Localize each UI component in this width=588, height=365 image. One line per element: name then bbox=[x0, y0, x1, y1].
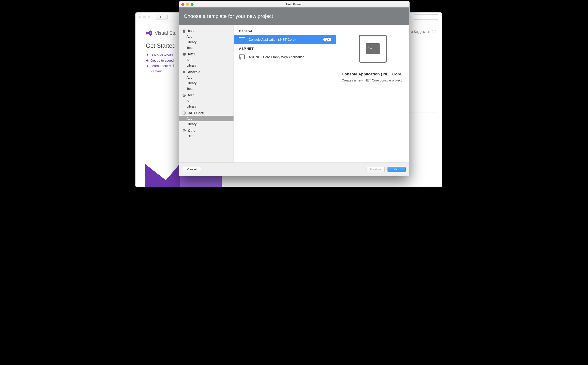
svg-point-13 bbox=[239, 57, 241, 60]
speech-bubble-icon bbox=[432, 30, 436, 33]
sidebar-item[interactable]: .NET bbox=[179, 133, 233, 139]
cancel-button[interactable]: Cancel bbox=[183, 167, 201, 172]
sidebar-item[interactable]: App bbox=[179, 34, 233, 39]
sidebar-item[interactable]: App bbox=[179, 75, 233, 80]
window-close-button[interactable] bbox=[181, 3, 184, 6]
terminal-icon: ›_ bbox=[366, 43, 380, 54]
visual-studio-icon bbox=[146, 30, 152, 36]
arrow-right-icon bbox=[146, 54, 149, 56]
sidebar-item[interactable]: Library bbox=[179, 80, 233, 86]
template-item-aspnet-empty[interactable]: ASP.NET Core Empty Web Application bbox=[234, 52, 336, 62]
template-item-console-app[interactable]: Console Application (.NET Core) C# bbox=[234, 35, 336, 44]
sidebar-group-android[interactable]: Android bbox=[179, 68, 233, 75]
sidebar-group-netcore[interactable]: .NET Core bbox=[179, 109, 233, 116]
sidebar-item[interactable]: Library bbox=[179, 63, 233, 68]
web-app-icon bbox=[239, 54, 245, 61]
sidebar-item[interactable]: Tests bbox=[179, 45, 233, 50]
sidebar-group-mac[interactable]: Mac bbox=[179, 91, 233, 98]
sidebar-item[interactable]: Library bbox=[179, 39, 233, 45]
run-button[interactable] bbox=[156, 14, 168, 20]
template-label: ASP.NET Core Empty Web Application bbox=[249, 55, 304, 59]
traffic-light-disabled bbox=[138, 16, 141, 18]
dialog-header: Choose a template for your new project bbox=[179, 7, 409, 25]
arrow-right-icon bbox=[146, 59, 149, 62]
sidebar-item[interactable]: App bbox=[179, 57, 233, 63]
details-description: Creates a new .NET Core console project. bbox=[342, 78, 403, 82]
svg-rect-1 bbox=[183, 53, 186, 55]
sidebar-item-selected[interactable]: App bbox=[179, 116, 233, 121]
dialog-title: New Project bbox=[179, 3, 409, 6]
template-section-heading: ASP.NET bbox=[234, 44, 336, 52]
android-icon bbox=[182, 70, 186, 74]
next-button[interactable]: Next bbox=[388, 167, 406, 172]
svg-rect-11 bbox=[239, 37, 245, 38]
sidebar-item[interactable]: Library bbox=[179, 121, 233, 127]
phone-icon bbox=[182, 29, 186, 33]
product-name: Visual Stu bbox=[155, 30, 177, 36]
template-preview-icon: ›_ bbox=[359, 35, 387, 63]
dialog-footer: Cancel Previous Next bbox=[179, 162, 409, 176]
new-project-dialog: New Project Choose a template for your n… bbox=[179, 1, 410, 176]
template-details: ›_ Console Application (.NET Core) Creat… bbox=[336, 25, 409, 162]
dotnet-icon bbox=[182, 111, 186, 115]
previous-button[interactable]: Previous bbox=[367, 167, 385, 172]
window-zoom-button[interactable] bbox=[191, 3, 193, 6]
traffic-light-disabled bbox=[148, 16, 150, 18]
window-minimize-button[interactable] bbox=[186, 3, 189, 6]
traffic-light-disabled bbox=[143, 16, 146, 18]
svg-rect-0 bbox=[183, 29, 185, 32]
sidebar-group-tvos[interactable]: tvOS bbox=[179, 50, 233, 57]
play-icon bbox=[159, 16, 162, 18]
svg-rect-4 bbox=[185, 71, 186, 73]
svg-point-9 bbox=[184, 130, 185, 131]
sidebar-item[interactable]: App bbox=[179, 98, 233, 104]
sidebar-item[interactable]: Tests bbox=[179, 86, 233, 91]
tv-icon bbox=[182, 53, 186, 56]
language-badge[interactable]: C# bbox=[323, 38, 331, 42]
template-list: General Console Application (.NET Core) … bbox=[234, 25, 336, 162]
template-label: Console Application (.NET Core) bbox=[249, 38, 296, 42]
sidebar-group-other[interactable]: Other bbox=[179, 127, 233, 133]
category-sidebar: iOS App Library Tests tvOS App Library A… bbox=[179, 25, 234, 162]
toolbar-search[interactable] bbox=[413, 14, 439, 20]
template-section-heading: General bbox=[234, 27, 336, 35]
arrow-right-icon bbox=[146, 64, 149, 67]
sidebar-group-ios[interactable]: iOS bbox=[179, 27, 233, 34]
sidebar-item[interactable]: Library bbox=[179, 104, 233, 109]
svg-rect-3 bbox=[183, 71, 183, 73]
console-app-icon bbox=[239, 36, 245, 43]
details-title: Console Application (.NET Core) bbox=[342, 72, 403, 77]
other-icon bbox=[182, 129, 186, 133]
svg-point-7 bbox=[184, 112, 185, 114]
mac-icon bbox=[182, 94, 186, 97]
dialog-titlebar[interactable]: New Project bbox=[179, 1, 409, 7]
